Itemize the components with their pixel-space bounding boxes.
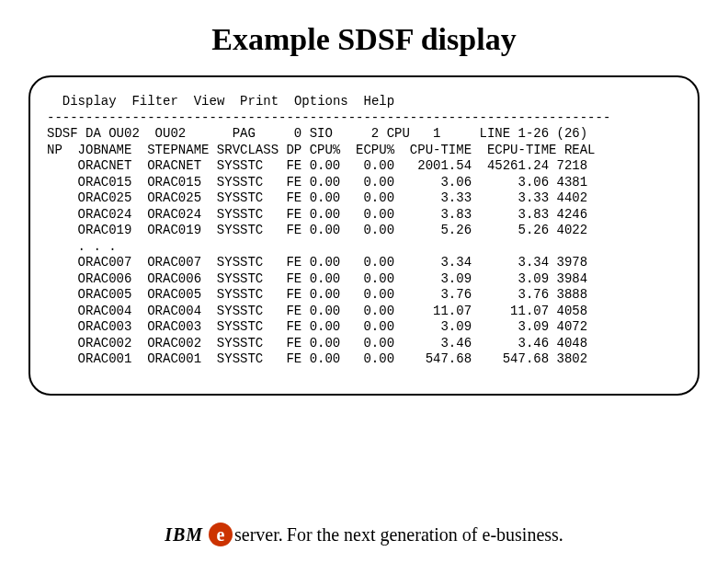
menu-view-label[interactable]: View [194, 94, 225, 109]
menu-bar: Display Filter View Print Options Help [47, 94, 681, 110]
menu-display-label[interactable]: Display [63, 94, 117, 109]
terminal-panel: Display Filter View Print Options Help -… [28, 75, 700, 396]
panel-wrap: Display Filter View Print Options Help -… [0, 75, 728, 396]
e-badge-icon: e [209, 523, 233, 546]
footer: IBM eserver. For the next generation of … [0, 523, 728, 546]
job-rows: ORACNET ORACNET SYSSTC FE 0.00 0.00 2001… [47, 158, 681, 368]
menu-print-label[interactable]: Print [240, 94, 279, 109]
column-headers: NP JOBNAME STEPNAME SRVCLASS DP CPU% ECP… [47, 143, 681, 159]
menu-display[interactable] [47, 94, 63, 109]
menu-options-label[interactable]: Options [294, 94, 348, 109]
server-text: server. [234, 524, 283, 545]
tagline-text: For the next generation of e-business. [287, 524, 563, 545]
menu-help-label[interactable]: Help [364, 94, 395, 109]
ibm-logo-text: IBM [165, 524, 203, 545]
menu-filter-label[interactable]: Filter [131, 94, 177, 109]
status-line: SDSF DA OU02 OU02 PAG 0 SIO 2 CPU 1 LINE… [47, 126, 681, 143]
slide: Example SDSF display Display Filter View… [0, 0, 728, 563]
separator-line: ----------------------------------------… [47, 110, 681, 127]
page-title: Example SDSF display [0, 0, 728, 75]
